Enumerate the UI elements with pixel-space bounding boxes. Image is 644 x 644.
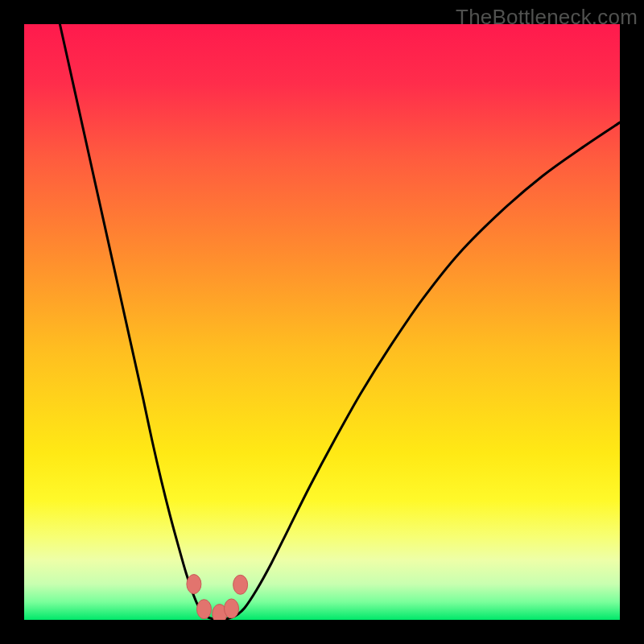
valley-marker-4 — [233, 575, 248, 594]
valley-marker-0 — [187, 575, 201, 594]
valley-marker-1 — [196, 600, 211, 619]
gradient-background — [24, 24, 620, 620]
valley-marker-3 — [225, 599, 239, 618]
watermark-text: TheBottleneck.com — [456, 5, 638, 30]
plot-area — [24, 24, 620, 620]
plot-svg — [24, 24, 620, 620]
chart-frame: TheBottleneck.com — [0, 0, 644, 644]
